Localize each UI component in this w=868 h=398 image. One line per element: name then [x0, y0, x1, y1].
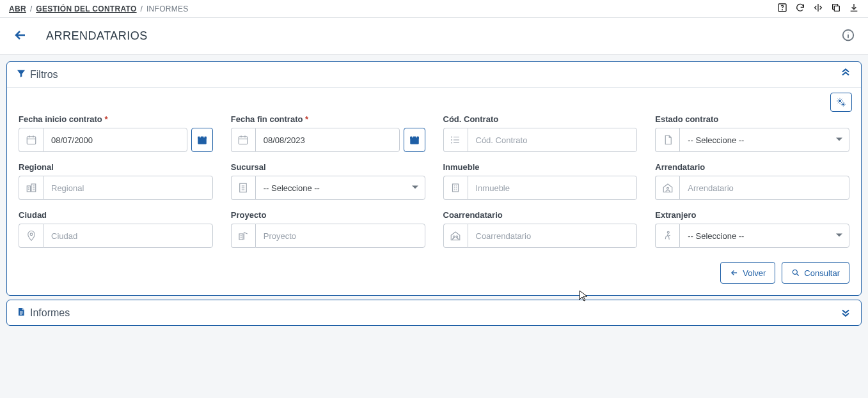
building-icon — [231, 176, 255, 200]
svg-point-1 — [782, 10, 783, 10]
filtros-panel-header: Filtros — [7, 62, 861, 88]
svg-point-13 — [451, 137, 452, 138]
breadcrumb: ABR / GESTIÓN DEL CONTRATO / INFORMES — [9, 4, 189, 13]
svg-point-4 — [848, 33, 848, 33]
svg-point-21 — [30, 233, 33, 236]
svg-point-6 — [842, 103, 844, 105]
consultar-button[interactable]: Consultar — [782, 262, 849, 284]
breadcrumb-informes: INFORMES — [146, 4, 189, 13]
svg-rect-2 — [834, 6, 839, 11]
field-sucursal: Sucursal — [231, 162, 425, 200]
filter-icon — [16, 68, 26, 81]
field-coarrendatario: Coarrendatario — [443, 210, 638, 248]
svg-point-5 — [839, 100, 841, 102]
field-inmueble: Inmueble — [443, 162, 638, 200]
building-crane-icon — [231, 224, 255, 248]
home-user-icon — [655, 176, 679, 200]
sucursal-select[interactable] — [255, 176, 425, 200]
walking-icon — [655, 224, 679, 248]
fecha-inicio-input[interactable] — [43, 128, 187, 152]
svg-rect-19 — [453, 184, 459, 192]
arrendatario-input[interactable] — [679, 176, 849, 200]
filtros-panel-title: Filtros — [30, 69, 58, 80]
estado-select[interactable] — [679, 128, 849, 152]
svg-point-24 — [456, 236, 458, 238]
breadcrumb-abr[interactable]: ABR — [9, 4, 26, 13]
proyecto-input[interactable] — [255, 224, 425, 248]
fecha-fin-input[interactable] — [255, 128, 400, 152]
copy-icon[interactable] — [831, 3, 841, 15]
svg-point-25 — [667, 231, 669, 233]
field-extranjero: Extranjero — [655, 210, 849, 248]
fecha-inicio-picker-button[interactable] — [191, 128, 213, 152]
regional-input[interactable] — [43, 176, 213, 200]
report-icon — [16, 307, 26, 319]
field-ciudad: Ciudad — [19, 210, 213, 248]
field-regional: Regional — [19, 162, 213, 200]
buildings-icon — [19, 176, 43, 200]
field-fecha-inicio: Fecha inicio contrato * — [19, 114, 213, 152]
help-icon[interactable] — [777, 3, 787, 15]
download-icon[interactable] — [849, 3, 859, 15]
info-icon[interactable] — [841, 28, 855, 44]
filtros-panel: Filtros Fecha inicio contrato * — [6, 61, 862, 296]
svg-point-23 — [453, 236, 455, 238]
calendar-icon — [19, 128, 43, 152]
settings-button[interactable] — [830, 93, 852, 112]
back-arrow-icon[interactable] — [13, 27, 28, 45]
home-users-icon — [443, 224, 468, 248]
field-estado: Estado contrato — [655, 114, 849, 152]
fecha-fin-picker-button[interactable] — [404, 128, 425, 152]
refresh-icon[interactable] — [795, 3, 805, 15]
svg-point-14 — [451, 139, 452, 141]
building-icon — [443, 176, 468, 200]
informes-panel-title: Informes — [30, 307, 70, 319]
ciudad-input[interactable] — [43, 224, 213, 248]
location-icon — [19, 224, 43, 248]
split-icon[interactable] — [813, 3, 823, 15]
svg-rect-10 — [239, 137, 248, 144]
svg-rect-12 — [410, 137, 419, 139]
cod-contrato-input[interactable] — [468, 128, 638, 152]
breadcrumb-gestion[interactable]: GESTIÓN DEL CONTRATO — [36, 4, 136, 13]
field-cod-contrato: Cód. Contrato — [443, 114, 638, 152]
informes-panel: Informes — [6, 300, 862, 326]
volver-button[interactable]: Volver — [720, 262, 775, 284]
page-header: ARRENDATARIOS — [0, 18, 868, 55]
extranjero-select[interactable] — [679, 224, 849, 248]
top-bar: ABR / GESTIÓN DEL CONTRATO / INFORMES — [0, 0, 868, 18]
svg-rect-22 — [239, 234, 243, 240]
svg-rect-16 — [27, 186, 30, 192]
svg-point-15 — [451, 142, 452, 144]
field-fecha-fin: Fecha fin contrato * — [231, 114, 425, 152]
svg-rect-9 — [198, 137, 207, 139]
informes-panel-header: Informes — [7, 300, 861, 325]
expand-icon[interactable] — [839, 305, 852, 320]
coarrendatario-input[interactable] — [468, 224, 638, 248]
inmueble-input[interactable] — [468, 176, 638, 200]
field-arrendatario: Arrendatario — [655, 162, 849, 200]
page-title: ARRENDATARIOS — [46, 29, 148, 43]
document-icon — [655, 128, 679, 152]
calendar-icon — [231, 128, 255, 152]
field-proyecto: Proyecto — [231, 210, 425, 248]
svg-rect-7 — [27, 137, 36, 144]
svg-point-26 — [793, 270, 798, 274]
svg-point-20 — [667, 187, 668, 189]
list-icon — [443, 128, 468, 152]
collapse-icon[interactable] — [839, 67, 852, 82]
